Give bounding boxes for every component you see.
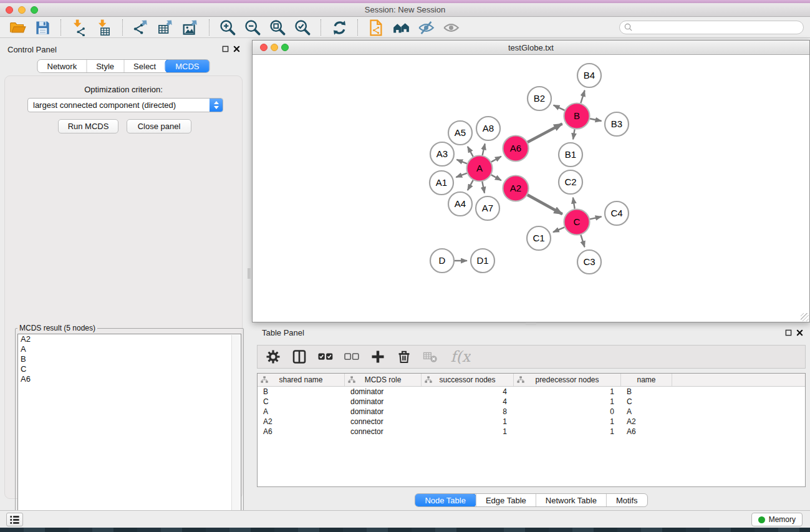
graph-node-A1[interactable]: A1 bbox=[430, 171, 453, 195]
table-tab-motifs[interactable]: Motifs bbox=[606, 494, 647, 506]
column-header-name[interactable]: name bbox=[621, 374, 672, 386]
new-network-from-file-button[interactable] bbox=[364, 18, 388, 37]
refresh-button[interactable] bbox=[327, 18, 352, 37]
zoom-fit-button[interactable] bbox=[265, 18, 290, 37]
result-scrollbar[interactable] bbox=[231, 335, 240, 531]
graph-edge-A-A8[interactable] bbox=[483, 143, 485, 155]
graph-edge-A-A6[interactable] bbox=[491, 157, 501, 162]
zoom-out-button[interactable] bbox=[240, 18, 265, 37]
graph-node-C1[interactable]: C1 bbox=[527, 226, 551, 250]
network-canvas[interactable]: B4B2BB3A5A8A6A3B1AC2A1A2A4A7CC4C1C3DD1 bbox=[253, 56, 809, 322]
graph-edge-B-B2[interactable] bbox=[554, 105, 565, 110]
resize-grip-icon[interactable] bbox=[801, 313, 809, 321]
table-row[interactable]: Cdominator41C bbox=[258, 397, 805, 407]
table-tab-edge-table[interactable]: Edge Table bbox=[476, 494, 536, 506]
table-row[interactable]: A6connector11A6 bbox=[258, 427, 805, 437]
graph-node-B2[interactable]: B2 bbox=[528, 87, 551, 110]
table-row[interactable]: A2connector11A2 bbox=[258, 417, 805, 427]
graph-node-B4[interactable]: B4 bbox=[577, 64, 601, 87]
open-folder-button[interactable] bbox=[5, 18, 30, 37]
graph-edge-B-B1[interactable] bbox=[573, 129, 575, 139]
plus-button[interactable] bbox=[370, 349, 386, 365]
graph-node-A4[interactable]: A4 bbox=[448, 192, 472, 216]
graph-node-A8[interactable]: A8 bbox=[476, 117, 500, 140]
table-row[interactable]: Bdominator41B bbox=[258, 387, 805, 397]
show-eye-button[interactable] bbox=[438, 18, 463, 37]
close-panel-button[interactable] bbox=[232, 44, 241, 53]
import-network-button[interactable] bbox=[67, 18, 92, 37]
graph-edge-A6-B[interactable] bbox=[528, 123, 562, 142]
graph-edge-A-A5[interactable] bbox=[468, 147, 473, 157]
float-panel-button[interactable] bbox=[221, 44, 229, 53]
export-network-button[interactable] bbox=[128, 18, 153, 37]
mcds-result-item[interactable]: C bbox=[18, 364, 241, 374]
zoom-in-button[interactable] bbox=[215, 18, 240, 37]
graph-edge-C-C2[interactable] bbox=[573, 198, 575, 209]
graph-edge-A2-C[interactable] bbox=[528, 195, 562, 214]
fx-button[interactable]: f(x) bbox=[448, 349, 472, 365]
column-header-successor-nodes[interactable]: successor nodes bbox=[422, 374, 514, 386]
close-panel-button-mcds[interactable]: Close panel bbox=[127, 119, 191, 133]
trash-button[interactable] bbox=[396, 349, 412, 365]
graph-node-C3[interactable]: C3 bbox=[577, 250, 601, 274]
table-tab-node-table[interactable]: Node Table bbox=[414, 493, 476, 507]
memory-button[interactable]: Memory bbox=[751, 513, 803, 526]
export-table-button[interactable] bbox=[153, 18, 178, 37]
vertical-splitter-handle[interactable] bbox=[248, 268, 251, 279]
search-field[interactable] bbox=[619, 21, 804, 34]
tab-style[interactable]: Style bbox=[86, 60, 123, 72]
unchecked-pair-button[interactable] bbox=[344, 349, 360, 365]
graph-node-D[interactable]: D bbox=[430, 249, 454, 273]
column-header-predecessor-nodes[interactable]: predecessor nodes bbox=[514, 374, 621, 386]
graph-edge-C-C1[interactable] bbox=[553, 227, 564, 232]
zoom-selected-button[interactable] bbox=[290, 18, 315, 37]
graph-node-A2[interactable]: A2 bbox=[503, 176, 529, 201]
save-button[interactable] bbox=[30, 18, 55, 37]
hide-eye-button[interactable] bbox=[413, 18, 438, 37]
tab-network[interactable]: Network bbox=[37, 60, 86, 72]
close-table-panel-button[interactable] bbox=[795, 328, 804, 337]
graph-node-A5[interactable]: A5 bbox=[448, 121, 472, 145]
graph-edge-B-B4[interactable] bbox=[581, 90, 584, 104]
gear-button[interactable] bbox=[265, 349, 281, 365]
graph-node-A3[interactable]: A3 bbox=[430, 142, 454, 166]
graph-node-A[interactable]: A bbox=[467, 156, 493, 181]
mcds-result-item[interactable]: A bbox=[18, 344, 241, 354]
graph-edge-A-A1[interactable] bbox=[456, 173, 466, 178]
run-mcds-button[interactable]: Run MCDS bbox=[58, 119, 118, 133]
table-tab-network-table[interactable]: Network Table bbox=[536, 494, 606, 506]
graph-node-C4[interactable]: C4 bbox=[605, 201, 629, 225]
table-row[interactable]: Adominator80A bbox=[258, 407, 805, 417]
checked-pair-button[interactable] bbox=[317, 349, 334, 365]
task-history-button[interactable] bbox=[6, 513, 23, 526]
tab-mcds[interactable]: MCDS bbox=[165, 59, 210, 73]
graph-node-C2[interactable]: C2 bbox=[559, 170, 582, 194]
graph-node-B[interactable]: B bbox=[564, 104, 590, 129]
graph-node-B3[interactable]: B3 bbox=[605, 112, 629, 136]
mcds-result-item[interactable]: A6 bbox=[18, 374, 241, 384]
graph-node-C[interactable]: C bbox=[564, 210, 590, 235]
table-delete-button[interactable] bbox=[422, 349, 438, 365]
graph-edge-A-A7[interactable] bbox=[482, 181, 485, 193]
graph-edge-A-A4[interactable] bbox=[468, 180, 473, 190]
mcds-result-item[interactable]: A2 bbox=[18, 334, 241, 344]
graph-node-A7[interactable]: A7 bbox=[476, 196, 499, 220]
tab-select[interactable]: Select bbox=[123, 60, 165, 72]
split-column-button[interactable] bbox=[291, 349, 307, 365]
criterion-dropdown[interactable]: largest connected component (directed) bbox=[27, 98, 223, 112]
graph-node-B1[interactable]: B1 bbox=[559, 143, 582, 167]
graph-node-D1[interactable]: D1 bbox=[471, 249, 494, 273]
graph-edge-A-A2[interactable] bbox=[491, 175, 501, 180]
search-input[interactable] bbox=[636, 22, 803, 32]
graph-node-A6[interactable]: A6 bbox=[503, 136, 529, 162]
graph-edge-B-B3[interactable] bbox=[590, 118, 601, 121]
home-button[interactable] bbox=[388, 18, 413, 37]
graph-edge-C-C3[interactable] bbox=[581, 235, 584, 248]
export-image-button[interactable] bbox=[178, 18, 203, 37]
float-table-panel-button[interactable] bbox=[784, 328, 793, 337]
graph-edge-C-C4[interactable] bbox=[590, 216, 602, 219]
column-header-MCDS-role[interactable]: MCDS role bbox=[345, 374, 422, 386]
column-header-shared-name[interactable]: shared name bbox=[258, 374, 345, 386]
network-window-titlebar[interactable]: testGlobe.txt bbox=[253, 41, 809, 55]
import-table-button[interactable] bbox=[92, 18, 117, 37]
